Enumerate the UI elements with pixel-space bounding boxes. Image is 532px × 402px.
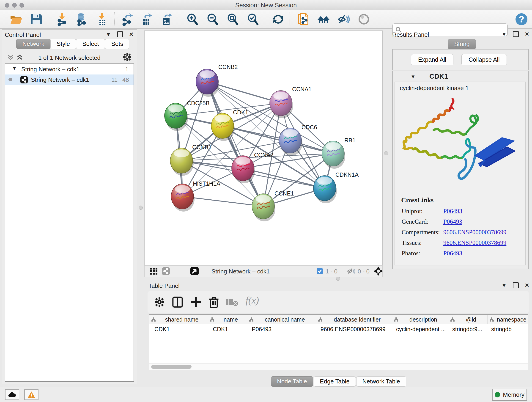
tab-select[interactable]: Select [76,39,105,49]
hidden-items-icon[interactable] [347,268,355,274]
collection-count: 1 [125,66,128,73]
table-cell[interactable]: CDK1 [149,324,208,334]
zoom-out-button[interactable] [206,13,219,26]
control-panel-close-icon[interactable]: ✕ [129,32,133,37]
results-panel-close-icon[interactable]: ✕ [525,32,529,37]
left-splitter-handle[interactable] [139,206,143,210]
string-network-graph[interactable]: CCNB2CCNA1CDC25BCDK1CDC6RB1CCNB1CCNA2CDK… [145,31,382,266]
table-cell[interactable]: stringdb [486,324,528,334]
node-table[interactable]: shared namenamecanonical namedatabase id… [149,314,528,370]
control-panel-collapse-icon[interactable]: ▼ [106,32,111,37]
help-button[interactable]: ? [515,13,528,26]
refresh-button[interactable] [272,13,285,26]
crosslink-link[interactable]: P06493 [443,218,462,225]
table-cell[interactable]: CDK1 [208,324,247,334]
node-CDKN1A[interactable]: CDKN1A [313,172,359,203]
crosslink-link[interactable]: 9606.ENSP00000378699 [443,229,506,236]
column-header-description[interactable]: description [392,315,448,324]
grid-view-icon[interactable] [150,268,158,274]
column-type-icon [151,317,156,322]
expand-all-button[interactable]: Expand All [411,54,453,65]
node-CDC25B[interactable]: CDC25B [165,100,210,131]
birds-eye-view-icon[interactable] [190,267,199,275]
memory-button[interactable]: Memory [492,389,527,401]
zoom-out-icon [206,13,219,26]
column-header-id[interactable]: @id [448,315,488,324]
zoom-in-button[interactable] [186,13,199,26]
node-HIST1H1A[interactable]: HIST1H1A [171,180,220,211]
delete-column-trash-icon[interactable] [209,296,219,308]
table-row[interactable]: CDK1CDK1P064939606.ENSP00000378699cyclin… [149,324,528,334]
network-share-icon[interactable] [162,267,170,275]
export-table-icon [140,13,153,26]
network-row-selected[interactable]: String Network – cdk1 11 48 [5,75,133,85]
import-network-button[interactable] [56,13,69,26]
tab-node-table[interactable]: Node Table [271,376,313,387]
tab-sets[interactable]: Sets [105,39,129,49]
save-session-button[interactable] [30,13,43,26]
delete-table-icon[interactable] [226,298,238,306]
sphere-button[interactable] [357,13,370,26]
selected-checkbox-icon[interactable] [317,268,323,274]
crosslink-link[interactable]: P06493 [443,250,462,257]
gene-expand-arrow-icon[interactable]: ▼ [411,74,416,80]
edge-HIST1H1A-CCNE1[interactable] [182,196,263,206]
tab-string-results[interactable]: String [448,39,476,49]
column-header-canonicalname[interactable]: canonical name [247,315,316,324]
node-CCNB2[interactable]: CCNB2 [196,64,238,97]
right-splitter-handle[interactable] [384,151,388,155]
column-header-namespace[interactable]: namespace [488,315,528,324]
node-RB1[interactable]: RB1 [322,137,355,169]
node-CCNA1[interactable]: CCNA1 [270,86,312,118]
export-image-button[interactable] [160,13,173,26]
table-cell[interactable]: P06493 [247,324,316,334]
zoom-fit-button[interactable] [226,13,239,26]
results-panel-collapse-icon[interactable]: ▼ [501,32,507,37]
network-canvas[interactable]: CCNB2CCNA1CDC25BCDK1CDC6RB1CCNB1CCNA2CDK… [144,31,383,266]
cloud-status-button[interactable] [5,389,19,400]
table-cell[interactable]: stringdb:9... [447,324,486,334]
tab-edge-table[interactable]: Edge Table [314,376,356,387]
scrollbar-thumb[interactable] [151,365,191,369]
collection-expand-arrow-icon[interactable]: ▼ [12,66,17,71]
warning-status-button[interactable] [24,389,38,400]
column-header-databaseidentifier[interactable]: database identifier [316,315,392,324]
table-options-gear-icon[interactable] [154,297,165,307]
node-CCNE1[interactable]: CCNE1 [252,190,294,221]
network-collection-row[interactable]: ▼ String Network – cdk1 1 [5,64,133,75]
table-panel-float-icon[interactable] [513,282,519,288]
homes-button[interactable] [317,13,330,26]
tab-network-table[interactable]: Network Table [356,376,406,387]
network-options-gear-icon[interactable] [123,53,131,61]
column-header-name[interactable]: name [208,315,247,324]
crosslink-link[interactable]: P06493 [443,208,462,215]
share-document-button[interactable] [297,13,310,26]
control-panel-float-icon[interactable] [117,32,123,37]
gene-description: cyclin-dependent kinase 1 [400,85,469,92]
zoom-selected-button[interactable] [247,13,259,26]
open-session-button[interactable] [10,13,22,26]
node-CDC6[interactable]: CDC6 [279,124,317,156]
table-cell[interactable]: cyclin-dependent ... [391,324,447,334]
edge-CCNB2-CCNE1[interactable] [207,82,263,206]
collapse-all-button[interactable]: Collapse All [462,54,507,65]
export-network-button[interactable] [121,13,134,26]
results-panel-float-icon[interactable] [513,31,519,37]
table-panel-collapse-icon[interactable]: ▼ [501,283,507,288]
crosslink-link[interactable]: 9606.ENSP00000378699 [443,239,506,246]
function-builder-icon[interactable]: f(x) [246,295,259,306]
tab-style[interactable]: Style [51,39,76,49]
export-table-button[interactable] [140,13,153,26]
cloud-icon [8,392,16,398]
table-cell[interactable]: 9606.ENSP00000378699 [316,324,391,334]
hide-glasses-button[interactable] [337,13,350,26]
add-column-icon[interactable] [191,297,201,307]
fit-content-crosshair-icon[interactable] [374,267,383,276]
import-table-button[interactable] [96,13,109,26]
show-columns-icon[interactable] [172,297,183,307]
table-horizontal-scrollbar[interactable] [149,363,528,370]
table-panel-close-icon[interactable]: ✕ [525,283,529,288]
tab-network[interactable]: Network [16,39,51,49]
column-header-sharedname[interactable]: shared name [149,315,208,324]
import-network-from-database-button[interactable] [75,13,88,26]
